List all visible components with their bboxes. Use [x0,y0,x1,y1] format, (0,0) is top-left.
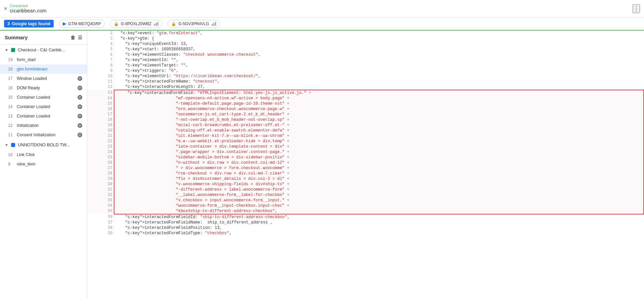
code-line-36: 36 "c-key">interactedFormFieldId: "ship-… [87,214,644,220]
line-number-10: 10 [87,73,114,79]
ga-icon-1: 🔒 [114,21,119,26]
sidebar-group-header-unnotekno[interactable]: ▼ UNNOTEKNO BOLD TW... [0,140,87,150]
sidebar-item-initialization[interactable]: 12 Initialization ⟳ [0,121,87,130]
code-line-14: 14 "wf-opensans-n4-active.wf-active > bo… [87,96,644,101]
code-line-39: 39 "c-key">interactedFormFieldType: "che… [87,231,644,236]
line-content-34: "woocommerce-form__input-checkbox.input-… [114,203,644,208]
item-num-15: 15 [8,95,15,100]
sidebar-item-gtm-form-interact[interactable]: 18 gtm.formInteract [0,64,87,74]
code-line-16: 16 "ore.woocommerce-checkout.woocommerce… [87,106,644,112]
sidebar-group-header-checkout[interactable]: ▼ Checkout - C&I Caribb... [0,45,87,55]
debug-icon-17: ⟳ [78,76,82,81]
sidebar-item-consent-init[interactable]: 11 Consent Initialization ⟳ [0,130,87,140]
code-line-15: 15 "-template-default.page.page-id-10.th… [87,101,644,106]
item-num-10: 10 [8,152,15,157]
debug-icon-15: ⟳ [78,95,82,100]
line-content-38: "c-key">interactedFormFieldPosition: 13, [114,225,644,231]
top-bar-left: × Connected cicaribbean.com [4,4,47,13]
list-icon[interactable]: ☰ [78,35,82,40]
line-content-20: "catalog-off.et-enable-swatch.elementor-… [114,128,644,133]
connection-info: Connected cicaribbean.com [10,4,46,13]
ga-tag-chip-1[interactable]: 🔒 G-8PDXL20WBZ [110,20,162,28]
line-number-17: 17 [87,112,114,117]
code-line-4: 4 "c-key">uniqueEventId: 13, [87,41,644,47]
item-num-13: 13 [8,114,15,118]
gtm-tag-chip[interactable]: ▶ GTM-MD7Q4GRP [59,19,105,28]
line-content-29: "fix > div#customer_details > div.col-2 … [114,176,644,182]
line-number-31: 31 [87,187,114,192]
line-content-39: "c-key">interactedFormFieldType: "checkb… [114,231,644,236]
line-number-22: 22 [87,139,114,144]
code-line-19: 19 "ecial-cart-breadcrumbs.et-preloader-… [87,122,644,128]
item-num-12: 12 [8,123,15,128]
line-content-13: "c-key">interactedFormField: "HTMLInputE… [114,90,644,96]
debug-icon-11: ⟳ [78,133,82,137]
line-content-16: "ore.woocommerce-checkout.woocommerce-pa… [114,106,644,112]
ga-tag-label-2: G-5GV3PR4VLG [178,21,209,26]
line-content-28: "rce-checkout > div.row > div.col-md-7.c… [114,171,644,176]
sidebar-item-view-item[interactable]: 9 view_item [0,159,87,169]
tag-bar: 3 Google tags found ▶ GTM-MD7Q4GRP 🔒 G-8… [0,17,644,31]
sidebar-item-link-click[interactable]: 10 Link Click [0,150,87,159]
line-number-15: 15 [87,101,114,106]
code-line-2: 2 "c-key">event: "gtm.formInteract", [87,31,644,36]
bar-chart-icon-1 [154,22,158,26]
trash-icon[interactable]: 🗑 [70,35,75,40]
item-label-container-loaded-13: Container Loaded [17,114,76,118]
sidebar-item-form-start[interactable]: 19 form_start [0,55,87,64]
line-number-12: 12 [87,84,114,90]
code-line-30: 30 "v.woocommerce-shipping-fields > div#… [87,182,644,187]
line-content-18: "-not-overlap.et_b_mob_header-not-overla… [114,117,644,122]
code-line-6: 6 "c-key">elementClasses: "checkout wooc… [87,52,644,57]
line-number-19: 19 [87,122,114,128]
line-number-2: 2 [87,31,114,36]
line-content-7: "c-key">elementId: "", [114,57,644,63]
item-num-11: 11 [8,133,15,137]
code-line-11: 11 "c-key">interactedFormName: "checkout… [87,79,644,84]
line-number-23: 23 [87,144,114,149]
line-number-14: 14 [87,96,114,101]
line-content-17: "oocommerce-js.et_cart-type-2.et_b_dt_he… [114,112,644,117]
sidebar-group-label-unnotekno: UNNOTEKNO BOLD TW... [18,142,70,147]
sidebar-item-window-loaded[interactable]: 17 Window Loaded ⟳ [0,74,87,83]
line-content-24: ".page-wrapper > div.container.content-p… [114,149,644,155]
badge-label: Google tags found [12,21,50,26]
line-number-39: 39 [87,231,114,236]
summary-label: Summary [5,35,28,40]
sidebar: Summary 🗑 ☰ ▼ Checkout - C&I Caribb... 1… [0,31,87,298]
line-content-35: "kbox#ship-to-different-address-checkbox… [114,208,644,214]
item-num-17: 17 [8,76,15,81]
item-label-view-item: view_item [17,162,82,166]
code-line-25: 25 "sidebar-mobile-bottom > div.sidebar-… [87,155,644,160]
line-number-30: 30 [87,182,114,187]
sidebar-item-container-loaded-14[interactable]: 14 Container Loaded ⟳ [0,102,87,111]
bar-chart-icon-2 [212,22,216,26]
line-number-18: 18 [87,117,114,122]
code-line-29: 29 "fix > div#customer_details > div.col… [87,176,644,182]
line-content-26: "n-without > div.row > div.content.col-m… [114,160,644,165]
sidebar-item-container-loaded-15[interactable]: 15 Container Loaded ⟳ [0,93,87,102]
code-line-8: 8 "c-key">elementTarget: "", [87,63,644,68]
sidebar-item-dom-ready[interactable]: 16 DOM Ready ⟳ [0,83,87,93]
item-num-16: 16 [8,86,15,90]
line-content-11: "c-key">interactedFormName: "checkout", [114,79,644,84]
ga-tag-chip-2[interactable]: 🔒 G-5GV3PR4VLG [167,20,219,28]
close-button[interactable]: × [4,6,7,12]
code-line-7: 7 "c-key">elementId: "", [87,57,644,63]
line-content-8: "c-key">elementTarget: "", [114,63,644,68]
ga-tag-label-1: G-8PDXL20WBZ [121,21,151,26]
line-number-21: 21 [87,133,114,139]
more-button[interactable]: ⋮ [633,4,640,13]
sidebar-item-container-loaded-13[interactable]: 13 Container Loaded ⟳ [0,111,87,121]
line-content-22: "e.e--ua-webkit.et-preloader-hide > div.… [114,139,644,144]
line-number-25: 25 [87,155,114,160]
line-number-37: 37 [87,220,114,225]
code-line-5: 5 "c-key">start: 1695366658937, [87,47,644,52]
debug-icon-12: ⟳ [78,123,82,128]
code-line-13: 13 "c-key">interactedFormField: "HTMLInp… [87,90,644,96]
line-content-36: "c-key">interactedFormFieldId: "ship-to-… [114,214,644,220]
line-number-16: 16 [87,106,114,112]
item-label-form-start: form_start [17,57,82,62]
line-number-38: 38 [87,225,114,231]
line-content-12: "c-key">interactedFormLength: 27, [114,84,644,90]
